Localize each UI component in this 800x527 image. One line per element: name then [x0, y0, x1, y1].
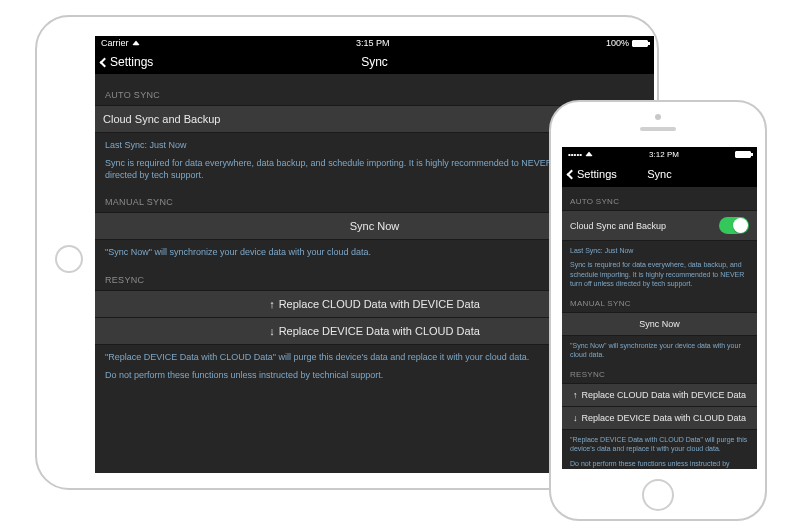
- nav-bar: Settings Sync: [95, 50, 654, 74]
- battery-percent: 100%: [606, 38, 629, 48]
- replace-cloud-with-device-button[interactable]: ↑ Replace CLOUD Data with DEVICE Data: [562, 383, 757, 407]
- cloud-sync-toggle[interactable]: [719, 217, 749, 234]
- settings-content: AUTO SYNC Cloud Sync and Backup Last Syn…: [562, 187, 757, 469]
- back-label: Settings: [577, 168, 617, 180]
- iphone-speaker: [640, 127, 676, 131]
- chevron-left-icon: [567, 169, 577, 179]
- sync-now-label: Sync Now: [350, 220, 400, 232]
- battery-icon: [735, 151, 751, 158]
- signal-dots: •••••: [568, 150, 582, 159]
- replace-device-label: Replace DEVICE Data with CLOUD Data: [581, 413, 746, 423]
- back-label: Settings: [110, 55, 153, 69]
- section-header-resync: RESYNC: [562, 360, 757, 383]
- iphone-home-button[interactable]: [642, 479, 674, 511]
- chevron-left-icon: [100, 57, 110, 67]
- wifi-icon: [585, 152, 593, 157]
- iphone-device-frame: ••••• 3:12 PM Settings Sync AUTO SYNC Cl…: [549, 100, 767, 521]
- cloud-sync-toggle-row[interactable]: Cloud Sync and Backup: [562, 210, 757, 241]
- nav-bar: Settings Sync: [562, 161, 757, 187]
- arrow-up-icon: ↑: [269, 298, 275, 310]
- carrier-label: Carrier: [101, 38, 129, 48]
- status-bar: Carrier 3:15 PM 100%: [95, 36, 654, 50]
- iphone-screen: ••••• 3:12 PM Settings Sync AUTO SYNC Cl…: [562, 147, 757, 469]
- sync-now-button[interactable]: Sync Now: [562, 312, 757, 336]
- iphone-camera: [655, 114, 661, 120]
- arrow-down-icon: ↓: [269, 325, 275, 337]
- back-button[interactable]: Settings: [95, 55, 153, 69]
- page-title: Sync: [95, 55, 654, 69]
- section-header-autosync: AUTO SYNC: [562, 187, 757, 210]
- battery-icon: [632, 40, 648, 47]
- status-bar: ••••• 3:12 PM: [562, 147, 757, 161]
- section-header-manualsync: MANUAL SYNC: [562, 289, 757, 312]
- status-time: 3:15 PM: [356, 38, 390, 48]
- arrow-up-icon: ↑: [573, 390, 578, 400]
- wifi-icon: [132, 41, 140, 46]
- manualsync-description: "Sync Now" will synchronize your device …: [562, 336, 757, 360]
- status-time: 3:12 PM: [649, 150, 679, 159]
- last-sync-label: Last Sync: Just Now: [562, 241, 757, 255]
- arrow-down-icon: ↓: [573, 413, 578, 423]
- resync-description-2: Do not perform these functions unless in…: [562, 454, 757, 470]
- replace-device-label: Replace DEVICE Data with CLOUD Data: [279, 325, 480, 337]
- replace-device-with-cloud-button[interactable]: ↓ Replace DEVICE Data with CLOUD Data: [562, 407, 757, 430]
- resync-description-1: "Replace DEVICE Data with CLOUD Data" wi…: [562, 430, 757, 454]
- cloud-sync-label: Cloud Sync and Backup: [570, 221, 666, 231]
- autosync-description: Sync is required for data everywhere, da…: [562, 255, 757, 288]
- back-button[interactable]: Settings: [562, 168, 617, 180]
- ipad-home-button[interactable]: [55, 245, 83, 273]
- cloud-sync-label: Cloud Sync and Backup: [103, 113, 220, 125]
- sync-now-label: Sync Now: [639, 319, 680, 329]
- replace-cloud-label: Replace CLOUD Data with DEVICE Data: [279, 298, 480, 310]
- replace-cloud-label: Replace CLOUD Data with DEVICE Data: [581, 390, 746, 400]
